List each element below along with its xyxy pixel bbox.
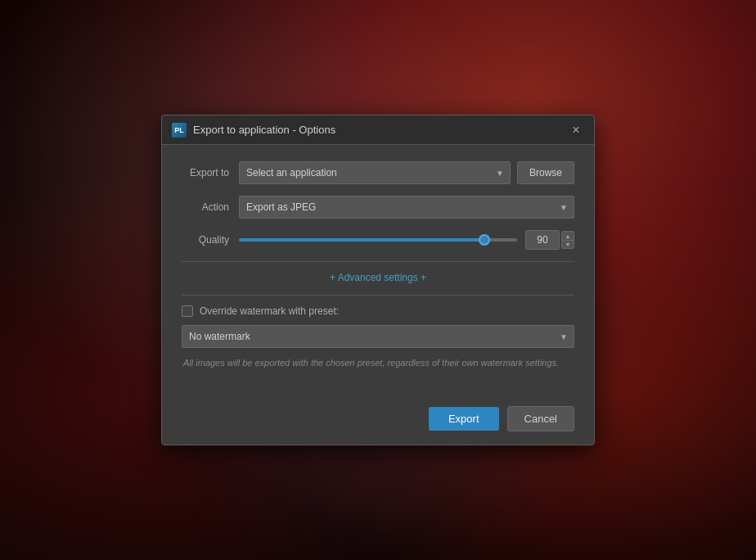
watermark-select[interactable]: No watermark bbox=[182, 325, 574, 348]
divider-2 bbox=[182, 295, 574, 296]
override-watermark-checkbox[interactable] bbox=[182, 305, 193, 317]
close-button[interactable]: × bbox=[568, 122, 584, 138]
override-watermark-row: Override watermark with preset: bbox=[182, 305, 574, 317]
export-to-select[interactable]: Select an application bbox=[239, 161, 511, 184]
dialog-wrapper: PL Export to application - Options × Exp… bbox=[0, 0, 756, 560]
quality-value-wrapper: ▲ ▼ bbox=[525, 230, 574, 250]
quality-label: Quality bbox=[182, 234, 239, 246]
checkbox-section: Override watermark with preset: No water… bbox=[182, 305, 574, 370]
export-button[interactable]: Export bbox=[429, 407, 499, 431]
title-bar: PL Export to application - Options × bbox=[162, 115, 594, 145]
browse-button[interactable]: Browse bbox=[517, 161, 574, 184]
export-to-row: Export to Select an application ▼ Browse bbox=[182, 161, 574, 184]
quality-slider-wrapper bbox=[239, 238, 517, 242]
action-select-wrapper: Export as JPEG ▼ bbox=[239, 196, 574, 219]
advanced-settings-link[interactable]: + Advanced settings + bbox=[182, 272, 574, 283]
export-to-select-wrapper: Select an application ▼ bbox=[239, 161, 511, 184]
export-to-label: Export to bbox=[182, 167, 239, 178]
dialog-footer: Export Cancel bbox=[162, 396, 594, 445]
export-options-dialog: PL Export to application - Options × Exp… bbox=[161, 115, 595, 445]
quality-down-button[interactable]: ▼ bbox=[561, 240, 574, 249]
action-label: Action bbox=[182, 201, 239, 213]
quality-input[interactable] bbox=[525, 230, 560, 250]
action-select[interactable]: Export as JPEG bbox=[239, 196, 574, 219]
watermark-select-wrapper: No watermark ▼ bbox=[182, 325, 574, 348]
app-icon: PL bbox=[172, 123, 187, 138]
dialog-body: Export to Select an application ▼ Browse… bbox=[162, 145, 594, 396]
cancel-button[interactable]: Cancel bbox=[507, 406, 574, 431]
action-row: Action Export as JPEG ▼ bbox=[182, 196, 574, 219]
divider-1 bbox=[182, 261, 574, 262]
title-bar-left: PL Export to application - Options bbox=[172, 123, 335, 138]
dialog-title: Export to application - Options bbox=[193, 124, 335, 136]
quality-spinner: ▲ ▼ bbox=[561, 231, 574, 249]
override-watermark-label: Override watermark with preset: bbox=[200, 305, 339, 317]
watermark-info-text: All images will be exported with the cho… bbox=[182, 356, 574, 370]
quality-up-button[interactable]: ▲ bbox=[561, 231, 574, 240]
quality-slider[interactable] bbox=[239, 238, 517, 242]
quality-row: Quality ▲ ▼ bbox=[182, 230, 574, 250]
